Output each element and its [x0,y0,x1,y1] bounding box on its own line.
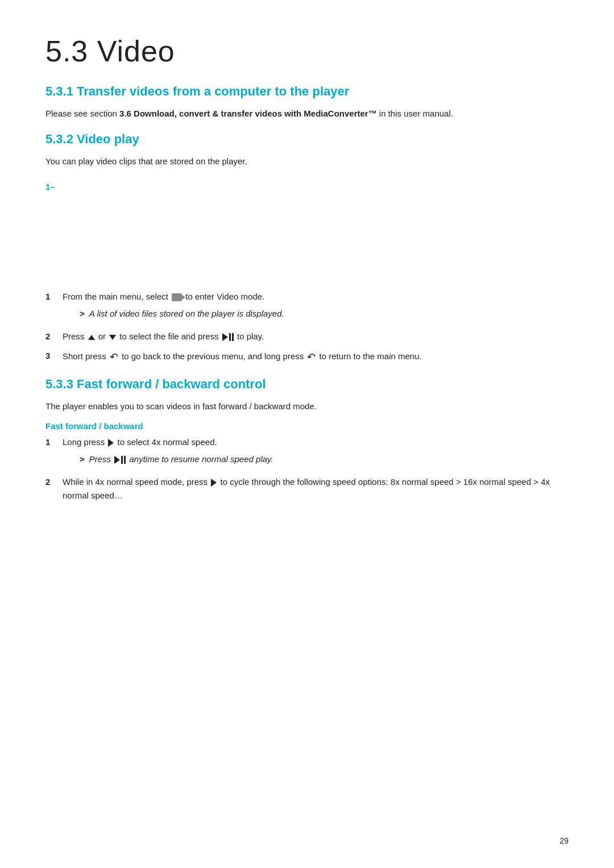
ff-step-1: 1 Long press to select 4x normal speed. … [45,435,569,470]
ff-step-num-1: 1 [45,435,63,449]
back-icon-1: ↶ [110,349,118,366]
page-title: 5.3 Video [45,34,569,68]
subsection-5-3-2-intro: You can play video clips that are stored… [45,155,569,168]
step-num-2: 2 [45,330,63,343]
sub-arrow: > [80,307,85,321]
diagram-label: 1– [45,182,55,192]
steps-list-5-3-2: 1 From the main menu, select to enter Vi… [45,290,569,366]
subsection-title-5-3-1: 5.3.1 Transfer videos from a computer to… [45,84,569,99]
back-icon-2: ↶ [307,349,316,366]
body-text-bold: 3.6 Download, convert & transfer videos … [119,109,377,118]
ff-sub-text: Press anytime to resume normal speed pla… [89,452,273,466]
subsection-5-3-1: 5.3.1 Transfer videos from a computer to… [45,84,569,121]
step-3: 3 Short press ↶ to go back to the previo… [45,349,569,366]
ff-step-2: 2 While in 4x normal speed mode, press t… [45,475,569,502]
step-2: 2 Press or to select the file and press … [45,330,569,343]
subsection-5-3-3: 5.3.3 Fast forward / backward control Th… [45,377,569,502]
down-icon [109,335,116,340]
subsection-title-5-3-3: 5.3.3 Fast forward / backward control [45,377,569,392]
step-num-3: 3 [45,349,63,363]
ff-step-content-1: Long press to select 4x normal speed. > … [63,435,569,470]
steps-list-5-3-3: 1 Long press to select 4x normal speed. … [45,435,569,502]
up-icon [88,335,95,340]
body-text-before: Please see section [45,109,119,118]
diagram-area: 1– [45,176,569,279]
play-pause-icon [222,333,234,341]
play-icon-1 [108,439,114,447]
ff-step-content-2: While in 4x normal speed mode, press to … [63,475,569,502]
subsection-5-3-3-intro: The player enables you to scan videos in… [45,400,569,413]
ff-step-1-sub: > Press anytime to resume normal speed p… [80,452,569,466]
play-icon-2 [211,479,217,487]
body-text-end: in this user manual. [377,109,453,118]
play-pause-icon-2 [114,456,126,464]
subsection-title-5-3-2: 5.3.2 Video play [45,132,569,147]
page-number: 29 [559,836,569,845]
ff-sub-arrow: > [80,452,85,466]
step-num-1: 1 [45,290,63,304]
ff-step-num-2: 2 [45,475,63,489]
video-icon [172,293,182,301]
subsection-5-3-2: 5.3.2 Video play You can play video clip… [45,132,569,366]
subsection-5-3-1-body: Please see section 3.6 Download, convert… [45,107,569,121]
step-1-sub: > A list of video files stored on the pl… [80,307,569,321]
step-content-3: Short press ↶ to go back to the previous… [63,349,569,366]
step-content-1: From the main menu, select to enter Vide… [63,290,569,324]
fast-forward-subheading: Fast forward / backward [45,421,569,431]
step-content-2: Press or to select the file and press to… [63,330,569,343]
step-1: 1 From the main menu, select to enter Vi… [45,290,569,324]
sub-text: A list of video files stored on the play… [89,307,284,321]
